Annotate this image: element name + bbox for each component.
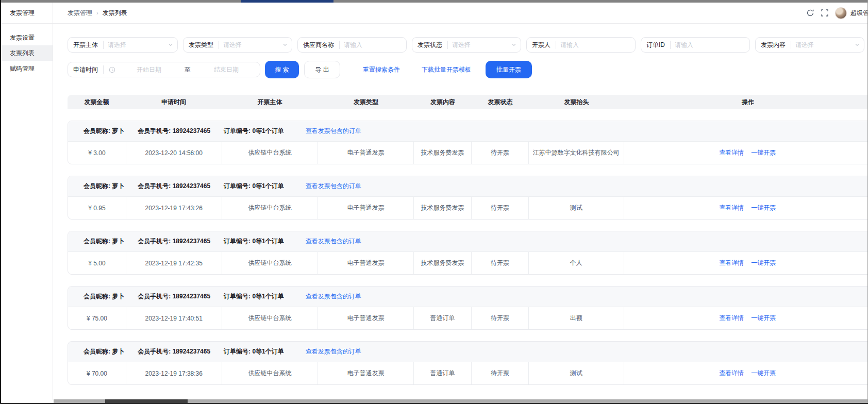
cell-amount: ¥ 0.95 bbox=[68, 197, 126, 219]
filter-input[interactable]: 请输入 bbox=[340, 41, 397, 49]
filter-input[interactable]: 请选择 bbox=[219, 41, 282, 49]
breadcrumb-separator-icon: › bbox=[96, 10, 98, 16]
cell-status: 待开票 bbox=[472, 142, 529, 164]
invoice-group: 会员昵称: 萝卜 会员手机号: 18924237465 订单编号: 0等1个订单… bbox=[68, 286, 868, 330]
reset-filters-link[interactable]: 重置搜索条件 bbox=[363, 65, 400, 74]
filter-label: 供应商名称 bbox=[298, 41, 339, 49]
filter-label: 发票类型 bbox=[183, 41, 219, 49]
filter-input[interactable]: 请输入 bbox=[671, 41, 740, 49]
sidebar-item-0[interactable]: 发票设置 bbox=[1, 30, 53, 45]
filter-input[interactable]: 请选择 bbox=[104, 41, 168, 49]
fullscreen-icon[interactable] bbox=[821, 9, 829, 17]
filter-label: 开票人 bbox=[527, 41, 556, 49]
order-number: 订单编号: 0等1个订单 bbox=[224, 127, 284, 136]
filter-input[interactable]: 请输入 bbox=[556, 41, 626, 49]
chevron-down-icon bbox=[511, 42, 521, 47]
view-included-orders-link[interactable]: 查看发票包含的订单 bbox=[306, 182, 361, 191]
cell-actions: 查看详情 一键开票 bbox=[624, 197, 868, 219]
cell-apply-time: 2023-12-19 17:38:36 bbox=[126, 362, 222, 384]
cell-invoice-type: 电子普通发票 bbox=[318, 197, 414, 219]
view-detail-link[interactable]: 查看详情 bbox=[719, 204, 744, 212]
clock-icon bbox=[109, 66, 115, 73]
username[interactable]: 超级管理员 bbox=[850, 9, 868, 18]
filter-box[interactable]: 发票类型 请选择 bbox=[183, 37, 292, 53]
sidebar: 发票管理 发票设置发票列表赋码管理 bbox=[1, 3, 53, 400]
view-included-orders-link[interactable]: 查看发票包含的订单 bbox=[306, 127, 361, 136]
cell-status: 待开票 bbox=[472, 307, 529, 329]
member-phone: 会员手机号: 18924237465 bbox=[138, 127, 210, 136]
export-button[interactable]: 导 出 bbox=[304, 61, 340, 78]
sidebar-item-1[interactable]: 发票列表 bbox=[1, 45, 53, 61]
cell-invoice-title: 出额 bbox=[529, 307, 624, 329]
breadcrumb-parent[interactable]: 发票管理 bbox=[68, 9, 92, 18]
cell-amount: ¥ 70.00 bbox=[68, 362, 126, 384]
refresh-icon[interactable] bbox=[806, 9, 814, 17]
group-header: 会员昵称: 萝卜 会员手机号: 18924237465 订单编号: 0等1个订单… bbox=[68, 231, 868, 252]
table-row: ¥ 75.00 2023-12-19 17:40:51 供应链中台系统 电子普通… bbox=[68, 307, 868, 329]
view-detail-link[interactable]: 查看详情 bbox=[719, 369, 744, 378]
avatar[interactable] bbox=[835, 7, 847, 19]
view-included-orders-link[interactable]: 查看发票包含的订单 bbox=[306, 292, 361, 301]
cell-invoice-title: 测试 bbox=[529, 197, 624, 219]
member-nickname: 会员昵称: 萝卜 bbox=[84, 127, 124, 136]
filter-box[interactable]: 开票主体 请选择 bbox=[68, 37, 178, 53]
filter-box[interactable]: 开票人 请输入 bbox=[526, 37, 636, 53]
cell-apply-time: 2023-12-19 17:42:35 bbox=[126, 252, 222, 274]
cell-amount: ¥ 75.00 bbox=[68, 307, 126, 329]
filter-box[interactable]: 发票内容 请选择 bbox=[755, 37, 864, 53]
invoice-group: 会员昵称: 萝卜 会员手机号: 18924237465 订单编号: 0等1个订单… bbox=[68, 341, 868, 385]
date-range-filter[interactable]: 申请时间 开始日期 至 结束日期 bbox=[68, 62, 260, 77]
member-nickname: 会员昵称: 萝卜 bbox=[84, 347, 124, 356]
cell-subject: 供应链中台系统 bbox=[222, 252, 319, 274]
filter-input[interactable]: 请选择 bbox=[448, 41, 511, 49]
divider bbox=[103, 65, 104, 74]
cell-subject: 供应链中台系统 bbox=[222, 197, 319, 219]
invoice-group: 会员昵称: 萝卜 会员手机号: 18924237465 订单编号: 0等1个订单… bbox=[68, 176, 868, 220]
table-row: ¥ 3.00 2023-12-20 14:56:00 供应链中台系统 电子普通发… bbox=[68, 142, 868, 164]
cell-amount: ¥ 5.00 bbox=[68, 252, 126, 274]
cell-invoice-content: 普通订单 bbox=[414, 362, 472, 384]
window-top-accent bbox=[241, 0, 333, 3]
end-date-input[interactable]: 结束日期 bbox=[193, 65, 260, 74]
group-header: 会员昵称: 萝卜 会员手机号: 18924237465 订单编号: 0等1个订单… bbox=[68, 121, 868, 142]
cell-invoice-title: 个人 bbox=[529, 252, 624, 274]
view-detail-link[interactable]: 查看详情 bbox=[719, 314, 744, 323]
one-click-invoice-link[interactable]: 一键开票 bbox=[751, 204, 776, 212]
view-detail-link[interactable]: 查看详情 bbox=[719, 259, 744, 267]
filter-row-2: 申请时间 开始日期 至 结束日期 搜 索 导 出 重置搜索条件 下载批量开票模板… bbox=[68, 61, 868, 78]
horizontal-scrollbar[interactable] bbox=[54, 399, 868, 403]
filter-label: 发票内容 bbox=[756, 41, 791, 49]
one-click-invoice-link[interactable]: 一键开票 bbox=[751, 259, 776, 267]
filter-box[interactable]: 供应商名称 请输入 bbox=[297, 37, 407, 53]
one-click-invoice-link[interactable]: 一键开票 bbox=[751, 314, 776, 323]
sidebar-items: 发票设置发票列表赋码管理 bbox=[1, 24, 53, 76]
filter-input[interactable]: 请选择 bbox=[791, 41, 855, 49]
cell-subject: 供应链中台系统 bbox=[222, 362, 319, 384]
search-button[interactable]: 搜 索 bbox=[265, 61, 299, 78]
chevron-down-icon bbox=[168, 42, 177, 47]
filter-box[interactable]: 发票状态 请选择 bbox=[412, 37, 521, 53]
cell-status: 待开票 bbox=[472, 362, 529, 384]
view-included-orders-link[interactable]: 查看发票包含的订单 bbox=[306, 237, 361, 246]
cell-invoice-type: 电子普通发票 bbox=[318, 252, 414, 274]
one-click-invoice-link[interactable]: 一键开票 bbox=[751, 148, 776, 157]
cell-invoice-content: 普通订单 bbox=[414, 307, 472, 329]
batch-invoice-button[interactable]: 批量开票 bbox=[486, 61, 532, 78]
cell-actions: 查看详情 一键开票 bbox=[624, 252, 868, 274]
column-header-7: 操作 bbox=[624, 98, 868, 107]
sidebar-item-2[interactable]: 赋码管理 bbox=[1, 61, 53, 76]
table-body: 会员昵称: 萝卜 会员手机号: 18924237465 订单编号: 0等1个订单… bbox=[68, 121, 868, 385]
one-click-invoice-link[interactable]: 一键开票 bbox=[751, 369, 776, 378]
order-number: 订单编号: 0等1个订单 bbox=[224, 292, 284, 301]
download-template-link[interactable]: 下载批量开票模板 bbox=[422, 65, 471, 74]
view-detail-link[interactable]: 查看详情 bbox=[719, 148, 744, 157]
table-row: ¥ 70.00 2023-12-19 17:38:36 供应链中台系统 电子普通… bbox=[68, 362, 868, 384]
horizontal-scrollbar-thumb[interactable] bbox=[105, 399, 188, 403]
filter-box[interactable]: 订单ID 请输入 bbox=[641, 37, 750, 53]
cell-invoice-type: 电子普通发票 bbox=[318, 142, 414, 164]
view-included-orders-link[interactable]: 查看发票包含的订单 bbox=[306, 347, 361, 356]
cell-invoice-type: 电子普通发票 bbox=[318, 307, 414, 329]
date-separator: 至 bbox=[182, 65, 193, 74]
start-date-input[interactable]: 开始日期 bbox=[115, 65, 182, 74]
cell-actions: 查看详情 一键开票 bbox=[624, 362, 868, 384]
